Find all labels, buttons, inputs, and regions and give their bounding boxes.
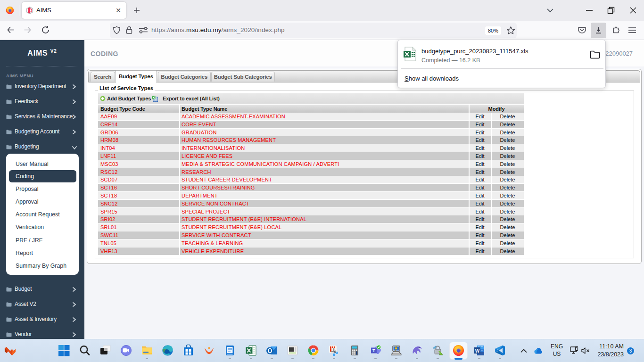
svg-text:W: W [475, 348, 480, 354]
svg-text:T: T [372, 348, 375, 353]
